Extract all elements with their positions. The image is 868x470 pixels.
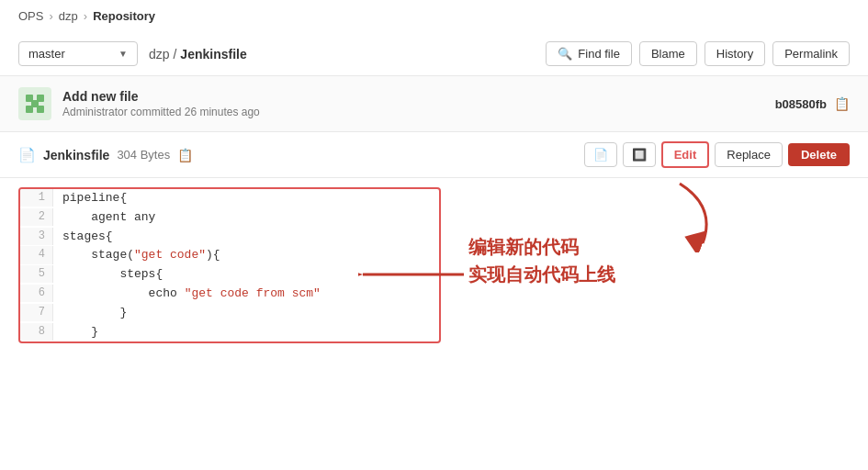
edit-button[interactable]: Edit (661, 141, 710, 168)
line-number: 8 (20, 323, 53, 341)
table-row: 2 agent any (20, 208, 439, 228)
line-code: agent any (53, 208, 164, 228)
annotation-block: 编辑新的代码 实现自动代码上线 (468, 233, 615, 288)
line-code: echo "get code from scm" (53, 285, 330, 304)
file-size: 304 Bytes (117, 148, 170, 162)
annotation-line1: 编辑新的代码 (468, 233, 615, 261)
breadcrumb-repository: Repository (93, 9, 155, 23)
file-name: Jenkinsfile (43, 148, 109, 162)
table-row: 7 } (20, 304, 439, 323)
copy-hash-icon[interactable]: 📋 (834, 96, 850, 111)
delete-button[interactable]: Delete (788, 143, 850, 166)
table-row: 1pipeline{ (20, 189, 439, 208)
blame-button[interactable]: Blame (639, 41, 697, 66)
line-number: 5 (20, 265, 53, 283)
file-path: dzp / Jenkinsfile (149, 47, 535, 62)
permalink-button[interactable]: Permalink (772, 41, 850, 66)
line-code: } (53, 304, 136, 323)
line-number: 1 (20, 189, 53, 207)
code-area: 1pipeline{2 agent any3stages{4 stage("ge… (0, 178, 868, 343)
avatar (18, 87, 51, 120)
line-number: 4 (20, 246, 53, 263)
annotation-line2: 实现自动代码上线 (468, 261, 615, 288)
chevron-down-icon: ▼ (118, 49, 128, 59)
commit-hash: b08580fb 📋 (775, 96, 850, 111)
commit-info: Add new file Administrator committed 26 … (62, 89, 764, 118)
svg-rect-4 (37, 106, 44, 113)
commit-bar: Add new file Administrator committed 26 … (0, 76, 868, 132)
left-arrow (358, 252, 468, 297)
line-number: 3 (20, 228, 53, 245)
commit-title: Add new file (62, 89, 764, 104)
search-icon: 🔍 (558, 47, 572, 61)
replace-button[interactable]: Replace (715, 142, 783, 167)
file-actions: 📄 🔲 Edit Replace Delete (584, 141, 850, 168)
line-code: stages{ (53, 228, 122, 247)
commit-meta: Administrator committed 26 minutes ago (62, 106, 764, 118)
branch-selector[interactable]: master ▼ (18, 41, 138, 66)
raw-button[interactable]: 📄 (584, 142, 617, 167)
line-code: pipeline{ (53, 189, 136, 208)
copy-file-icon[interactable]: 📋 (177, 148, 193, 162)
line-number: 7 (20, 304, 53, 321)
svg-rect-3 (26, 106, 33, 113)
line-code: steps{ (53, 265, 172, 285)
line-code: } (53, 323, 107, 342)
file-path-filename: Jenkinsfile (180, 47, 246, 62)
file-doc-icon: 📄 (18, 147, 36, 163)
table-row: 3stages{ (20, 228, 439, 247)
file-path-prefix: dzp / (149, 47, 176, 62)
blame-file-button[interactable]: 🔲 (623, 142, 656, 167)
history-button[interactable]: History (705, 41, 765, 66)
line-number: 6 (20, 285, 53, 302)
file-header: 📄 Jenkinsfile 304 Bytes 📋 📄 🔲 Edit Repla… (0, 132, 868, 178)
find-file-button[interactable]: 🔍 Find file (546, 41, 632, 66)
table-row: 8 } (20, 323, 439, 342)
breadcrumb-dzp[interactable]: dzp (59, 9, 78, 23)
line-code: stage("get code"){ (53, 246, 230, 265)
toolbar-actions: 🔍 Find file Blame History Permalink (546, 41, 850, 66)
breadcrumb-ops[interactable]: OPS (18, 9, 43, 23)
branch-label: master (28, 47, 65, 61)
line-number: 2 (20, 208, 53, 226)
toolbar: master ▼ dzp / Jenkinsfile 🔍 Find file B… (0, 32, 868, 76)
breadcrumb: OPS › dzp › Repository (0, 0, 868, 32)
